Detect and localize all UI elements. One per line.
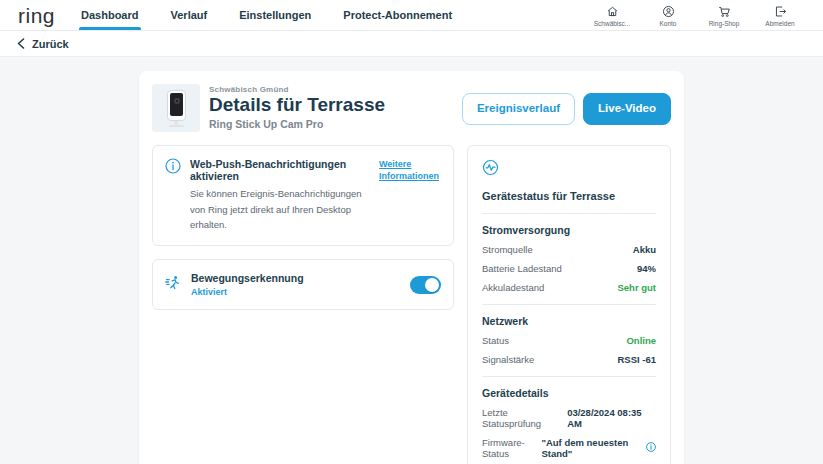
web-push-description: Sie können Ereignis-Benachrichtigungen v… xyxy=(190,186,370,233)
web-push-card: Web-Push-Benachrichtigungen aktivieren S… xyxy=(152,145,454,246)
page-title: Details für Terrasse xyxy=(209,94,385,117)
motion-detection-title: Bewegungserkennung xyxy=(191,272,304,284)
divider xyxy=(482,376,656,377)
row-label: Signalstärke xyxy=(482,354,534,365)
info-circle-icon xyxy=(165,158,181,233)
running-person-icon xyxy=(165,274,182,295)
firmware-info-icon[interactable] xyxy=(646,442,656,454)
section-heading: Stromversorgung xyxy=(482,224,656,236)
status-panel-title: Gerätestatus für Terrasse xyxy=(482,190,656,202)
section-heading: Gerätedetails xyxy=(482,387,656,399)
status-row: Letzte Statusprüfung 03/28/2024 08:35 AM xyxy=(482,407,656,429)
device-model: Ring Stick Up Cam Pro xyxy=(209,118,385,130)
toggle-knob xyxy=(425,278,439,292)
back-label: Zurück xyxy=(32,38,69,50)
divider xyxy=(482,213,656,214)
device-details-card: Schwäbisch Gmünd Details für Terrasse Ri… xyxy=(139,71,684,464)
status-row: Stromquelle Akku xyxy=(482,244,656,255)
nav-item-verlauf[interactable]: Verlauf xyxy=(171,0,208,30)
ring-logo[interactable]: ring xyxy=(18,5,55,26)
card-columns: Web-Push-Benachrichtigungen aktivieren S… xyxy=(152,145,671,464)
motion-detection-text: Bewegungserkennung Aktiviert xyxy=(191,272,304,297)
account-menu[interactable]: Konto xyxy=(643,3,693,27)
motion-status-link[interactable]: Aktiviert xyxy=(191,287,304,297)
row-label: Status xyxy=(482,335,509,346)
nav-item-einstellungen[interactable]: Einstellungen xyxy=(239,0,311,30)
location-name: Schwäbisch Gmünd xyxy=(209,85,385,94)
home-icon xyxy=(606,5,619,18)
firmware-status-value: "Auf dem neuesten Stand" xyxy=(541,437,642,459)
camera-illustration xyxy=(167,90,186,121)
row-value: Sehr gut xyxy=(617,282,656,293)
cart-icon xyxy=(718,5,731,18)
account-icon xyxy=(662,5,675,18)
row-value: Akku xyxy=(633,244,656,255)
logout-label: Abmelden xyxy=(765,20,794,27)
location-label: Schwäbisc... xyxy=(594,20,631,27)
motion-detection-card: Bewegungserkennung Aktiviert xyxy=(152,259,454,310)
nav-tabs: Dashboard Verlauf Einstellungen Protect-… xyxy=(81,0,484,30)
row-value: Online xyxy=(626,335,656,346)
device-thumbnail xyxy=(152,84,200,132)
row-label: Stromquelle xyxy=(482,244,533,255)
row-value: 03/28/2024 08:35 AM xyxy=(567,407,656,429)
main-content: Schwäbisch Gmünd Details für Terrasse Ri… xyxy=(0,57,823,464)
status-row: Firmware-Status "Auf dem neuesten Stand" xyxy=(482,437,656,459)
motion-detection-toggle[interactable] xyxy=(410,276,441,294)
back-bar: Zurück xyxy=(0,31,823,57)
status-row: Signalstärke RSSI -61 xyxy=(482,354,656,365)
section-device-details: Gerätedetails Letzte Statusprüfung 03/28… xyxy=(482,387,656,459)
event-history-button[interactable]: Ereignisverlauf xyxy=(462,93,575,125)
row-label: Firmware-Status xyxy=(482,437,541,459)
header-buttons: Ereignisverlauf Live-Video xyxy=(462,84,671,132)
nav-item-dashboard[interactable]: Dashboard xyxy=(81,0,138,30)
status-row: Status Online xyxy=(482,335,656,346)
device-title-block: Schwäbisch Gmünd Details für Terrasse Ri… xyxy=(209,84,385,132)
device-header: Schwäbisch Gmünd Details für Terrasse Ri… xyxy=(152,84,671,132)
nav-item-protect-abonnement[interactable]: Protect-Abonnement xyxy=(343,0,452,30)
shop-menu[interactable]: Ring-Shop xyxy=(699,3,749,27)
device-status-panel: Gerätestatus für Terrasse Stromversorgun… xyxy=(467,145,671,464)
nav-utilities: Schwäbisc... Konto Ring-Shop xyxy=(587,0,805,30)
row-value: 94% xyxy=(637,263,656,274)
left-column: Web-Push-Benachrichtigungen aktivieren S… xyxy=(152,145,454,464)
back-button[interactable]: Zurück xyxy=(17,35,69,53)
status-row: Akkuladestand Sehr gut xyxy=(482,282,656,293)
live-video-button[interactable]: Live-Video xyxy=(583,93,671,125)
row-value: "Auf dem neuesten Stand" xyxy=(541,437,656,459)
shop-label: Ring-Shop xyxy=(709,20,740,27)
device-health-icon xyxy=(482,162,499,179)
web-push-title: Web-Push-Benachrichtigungen aktivieren xyxy=(190,158,370,182)
section-network: Netzwerk Status Online Signalstärke RSSI… xyxy=(482,315,656,365)
logout-icon xyxy=(774,5,787,18)
section-power: Stromversorgung Stromquelle Akku Batteri… xyxy=(482,224,656,293)
row-label: Batterie Ladestand xyxy=(482,263,562,274)
more-info-link[interactable]: Weitere Informationen xyxy=(379,158,441,233)
chevron-left-icon xyxy=(17,35,25,53)
row-value: RSSI -61 xyxy=(617,354,656,365)
logout-menu[interactable]: Abmelden xyxy=(755,3,805,27)
top-navigation: ring Dashboard Verlauf Einstellungen Pro… xyxy=(0,0,823,31)
divider xyxy=(482,304,656,305)
status-row: Batterie Ladestand 94% xyxy=(482,263,656,274)
row-label: Letzte Statusprüfung xyxy=(482,407,567,429)
web-push-text: Web-Push-Benachrichtigungen aktivieren S… xyxy=(190,158,370,233)
row-label: Akkuladestand xyxy=(482,282,544,293)
location-menu[interactable]: Schwäbisc... xyxy=(587,3,637,27)
section-heading: Netzwerk xyxy=(482,315,656,327)
account-label: Konto xyxy=(660,20,677,27)
